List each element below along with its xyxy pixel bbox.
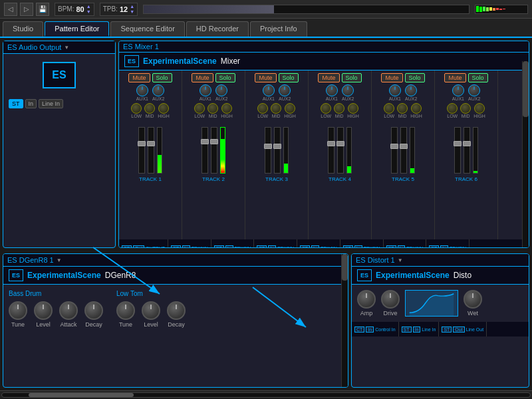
fader-track-1b[interactable] bbox=[148, 127, 154, 174]
tab-hd-recorder[interactable]: HD Recorder bbox=[186, 21, 249, 37]
aux1-knob-5-ctrl[interactable] bbox=[389, 84, 401, 96]
dgenr8-scrollbar-thumb[interactable] bbox=[342, 254, 348, 281]
transport-slider[interactable] bbox=[143, 5, 469, 14]
strip-btn-in8[interactable]: In bbox=[440, 245, 448, 249]
scrollbar-track[interactable] bbox=[1, 392, 531, 398]
strip-btn-st6[interactable]: ST bbox=[343, 245, 353, 249]
strip-btn-st2[interactable]: ST bbox=[171, 245, 181, 249]
low-knob-3[interactable] bbox=[257, 103, 268, 114]
aux1-knob-4-ctrl[interactable] bbox=[326, 84, 338, 96]
fader-handle-4b[interactable] bbox=[336, 141, 344, 146]
fader-handle-5b[interactable] bbox=[400, 144, 408, 149]
dgenr8-right-scrollbar[interactable] bbox=[341, 254, 348, 387]
fader-track-5[interactable] bbox=[391, 127, 398, 174]
bass-level-knob[interactable] bbox=[34, 301, 53, 320]
high-knob-3[interactable] bbox=[285, 103, 295, 114]
fader-handle-6[interactable] bbox=[454, 141, 462, 146]
mid-knob-6[interactable] bbox=[460, 103, 471, 114]
fader-handle-3[interactable] bbox=[264, 144, 272, 149]
low-knob-6[interactable] bbox=[447, 103, 458, 114]
solo-btn-5[interactable]: Solo bbox=[405, 73, 425, 82]
drive-knob[interactable] bbox=[381, 290, 400, 309]
strip-btn-in3[interactable]: In bbox=[225, 245, 233, 249]
strip-btn-st4[interactable]: ST bbox=[257, 245, 267, 249]
strip-btn-out1[interactable]: Out bbox=[133, 245, 144, 249]
fader-track-3b[interactable] bbox=[274, 127, 281, 174]
mid-knob-4[interactable] bbox=[334, 103, 344, 114]
aux1-knob-3-ctrl[interactable] bbox=[263, 84, 275, 96]
aux1-knob-2-ctrl[interactable] bbox=[200, 84, 211, 96]
wet-knob[interactable] bbox=[464, 290, 482, 309]
fader-handle-6b[interactable] bbox=[463, 141, 471, 146]
fader-track-6[interactable] bbox=[454, 127, 461, 174]
toolbar-icon-save[interactable]: 💾 bbox=[36, 3, 49, 16]
mixer-scrollbar-thumb[interactable] bbox=[523, 61, 529, 117]
fader-track-3[interactable] bbox=[265, 127, 271, 174]
high-knob-5[interactable] bbox=[411, 103, 422, 114]
high-knob-6[interactable] bbox=[474, 103, 485, 114]
tab-sequence-editor[interactable]: Sequence Editor bbox=[110, 21, 184, 37]
strip-btn-st5[interactable]: ST bbox=[300, 245, 310, 249]
low-knob-1[interactable] bbox=[131, 103, 142, 114]
aux2-knob-2-ctrl[interactable] bbox=[215, 84, 227, 96]
strip-btn-in7[interactable]: In bbox=[398, 245, 406, 249]
distort-ct-btn[interactable]: CT bbox=[354, 327, 364, 332]
fader-handle-5[interactable] bbox=[390, 144, 398, 149]
strip-btn-in6[interactable]: In bbox=[354, 245, 362, 249]
distort-in-btn[interactable]: In bbox=[366, 327, 374, 332]
low-knob-4[interactable] bbox=[321, 103, 331, 114]
tab-project-info[interactable]: Project Info bbox=[250, 21, 307, 37]
bpm-down[interactable]: ▼ bbox=[86, 9, 91, 15]
mute-btn-6[interactable]: Mute bbox=[444, 73, 466, 82]
tpb-down[interactable]: ▼ bbox=[130, 9, 134, 15]
aux2-knob-6-ctrl[interactable] bbox=[468, 84, 480, 96]
aux2-knob-3-ctrl[interactable] bbox=[279, 84, 291, 96]
aux1-knob-6-ctrl[interactable] bbox=[452, 84, 464, 96]
io-btn-st[interactable]: ST bbox=[9, 99, 23, 108]
solo-btn-4[interactable]: Solo bbox=[342, 73, 362, 82]
tpb-arrows[interactable]: ▲ ▼ bbox=[130, 4, 134, 15]
mute-btn-5[interactable]: Mute bbox=[381, 73, 402, 82]
tom-level-knob[interactable] bbox=[142, 301, 160, 320]
fader-track-4b[interactable] bbox=[337, 127, 344, 174]
solo-btn-3[interactable]: Solo bbox=[279, 73, 299, 82]
distort-st-btn[interactable]: ST bbox=[402, 327, 412, 332]
bass-tune-knob[interactable] bbox=[9, 301, 27, 320]
tom-tune-knob[interactable] bbox=[116, 301, 135, 320]
fader-track-4[interactable] bbox=[328, 127, 334, 174]
bpm-arrows[interactable]: ▲ ▼ bbox=[86, 4, 91, 15]
solo-btn-2[interactable]: Solo bbox=[215, 73, 235, 82]
tab-studio[interactable]: Studio bbox=[3, 21, 43, 37]
aux2-knob-5-ctrl[interactable] bbox=[405, 84, 417, 96]
mute-btn-1[interactable]: Mute bbox=[128, 73, 150, 82]
toolbar-icon-1[interactable]: ◁ bbox=[4, 3, 17, 16]
strip-btn-st8[interactable]: ST bbox=[429, 245, 439, 249]
mid-knob-1[interactable] bbox=[144, 103, 155, 114]
mid-knob-5[interactable] bbox=[397, 103, 408, 114]
strip-btn-in5[interactable]: In bbox=[311, 245, 319, 249]
fader-handle-3b[interactable] bbox=[273, 144, 281, 149]
strip-btn-st3[interactable]: ST bbox=[214, 245, 224, 249]
low-knob-2[interactable] bbox=[194, 103, 205, 114]
mixer-right-scrollbar[interactable] bbox=[522, 61, 529, 247]
high-knob-4[interactable] bbox=[348, 103, 358, 114]
amp-knob[interactable] bbox=[357, 290, 376, 309]
tom-decay-knob[interactable] bbox=[167, 301, 186, 320]
bpm-up[interactable]: ▲ bbox=[86, 4, 91, 9]
aux2-knob-1-ctrl[interactable] bbox=[152, 84, 164, 96]
mute-btn-3[interactable]: Mute bbox=[255, 73, 276, 82]
aux1-knob-1-ctrl[interactable] bbox=[136, 84, 148, 96]
solo-btn-6[interactable]: Solo bbox=[468, 73, 488, 82]
aux2-knob-4-ctrl[interactable] bbox=[342, 84, 354, 96]
scrollbar-thumb[interactable] bbox=[29, 393, 134, 397]
tpb-up[interactable]: ▲ bbox=[130, 4, 134, 9]
strip-btn-in2[interactable]: In bbox=[182, 245, 190, 249]
fader-handle-2b[interactable] bbox=[210, 139, 218, 144]
mid-knob-2[interactable] bbox=[207, 103, 218, 114]
fader-handle-1b[interactable] bbox=[147, 141, 155, 146]
strip-btn-st1[interactable]: ST bbox=[122, 245, 132, 249]
fader-handle-4[interactable] bbox=[327, 141, 335, 146]
fader-track-2b[interactable] bbox=[211, 127, 217, 174]
io-btn-linein[interactable]: Line In bbox=[39, 99, 63, 108]
strip-btn-in4[interactable]: In bbox=[268, 245, 276, 249]
